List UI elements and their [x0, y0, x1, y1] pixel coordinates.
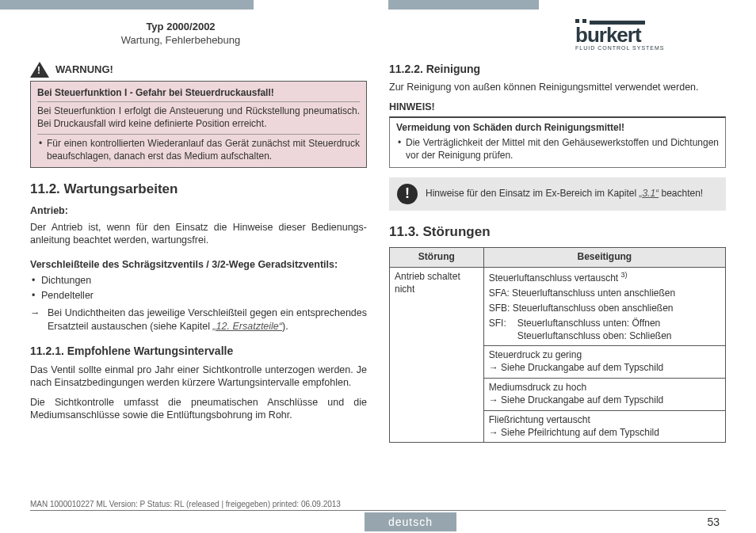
warning-icon — [30, 62, 49, 78]
hinweis-title: Vermeidung von Schäden durch Reinigungsm… — [396, 122, 719, 135]
heading-11-2: 11.2. Wartungsarbeiten — [30, 181, 367, 198]
fault-cell: Antrieb schaltet nicht — [390, 268, 484, 443]
maint-interval-p2: Die Sichtkontrolle umfasst die pneumatis… — [30, 396, 367, 422]
right-column: 11.2.2. Reinigung Zur Reinigung von auße… — [389, 62, 726, 443]
faults-table: Störung Beseitigung Antrieb schaltet nic… — [389, 247, 726, 443]
page: Typ 2000/2002 Wartung, Fehlerbehebung bu… — [0, 0, 756, 533]
col-beseitigung: Beseitigung — [483, 248, 725, 268]
col-stoerung: Störung — [390, 248, 484, 268]
verschleiss-label: Verschleißteile des Schrägsitzventils / … — [30, 258, 367, 272]
heading-11-3: 11.3. Störungen — [389, 223, 726, 241]
footer-meta: MAN 1000010227 ML Version: P Status: RL … — [0, 500, 756, 508]
list-item: Pendelteller — [30, 289, 367, 303]
page-number: 53 — [707, 516, 720, 528]
fix-cell: Steuerluftanschluss vertauscht 3) SFA: S… — [483, 268, 725, 346]
list-item: Dichtungen — [30, 274, 367, 287]
arrow-note: Bei Undichtheiten das jeweilige Verschle… — [30, 306, 367, 333]
hinweis-box: Vermeidung von Schäden durch Reinigungsm… — [389, 116, 726, 167]
link-3-1[interactable]: „3.1“ — [639, 188, 659, 199]
fix-cell: Mediumsdruck zu hoch→ Siehe Druckangabe … — [483, 379, 725, 411]
warning-body: Bei Steuerfunktion I erfolgt die Ansteue… — [37, 105, 360, 129]
page-footer: MAN 1000010227 ML Version: P Status: RL … — [0, 500, 756, 533]
warning-box: Bei Steuerfunktion I - Gefahr bei Steuer… — [30, 81, 367, 168]
antrieb-text: Der Antrieb ist, wenn für den Einsatz di… — [30, 221, 367, 247]
table-row: Antrieb schaltet nicht Steuerluftanschlu… — [390, 268, 726, 346]
top-accent-bars — [0, 0, 756, 10]
brand-tagline: FLUID CONTROL SYSTEMS — [575, 45, 726, 51]
hinweis-label: HINWEIS! — [389, 101, 726, 114]
link-ersatzteile[interactable]: „12. Ersatzteile“ — [212, 321, 282, 332]
left-column: WARNUNG! Bei Steuerfunktion I - Gefahr b… — [30, 62, 367, 443]
info-icon: ! — [397, 184, 418, 204]
heading-11-2-1: 11.2.1. Empfohlene Wartungsintervalle — [30, 344, 367, 358]
fix-cell: Fließrichtung vertauscht→ Siehe Pfeilric… — [483, 410, 725, 443]
maint-interval-p1: Das Ventil sollte einmal pro Jahr einer … — [30, 364, 367, 390]
brand-name: burkert — [575, 26, 726, 44]
info-box: ! Hinweise für den Einsatz im Ex-Bereich… — [389, 177, 726, 211]
warning-label: WARNUNG! — [55, 63, 113, 76]
warning-title: Bei Steuerfunktion I - Gefahr bei Steuer… — [37, 86, 360, 102]
brand-logo: burkert FLUID CONTROL SYSTEMS — [575, 19, 726, 51]
cleaning-text: Zur Reinigung von außen können Reinigung… — [389, 81, 726, 94]
warning-bullet: Für einen kontrollierten Wiederanlauf da… — [37, 137, 360, 162]
heading-11-2-2: 11.2.2. Reinigung — [389, 62, 726, 76]
language-tab: deutsch — [365, 512, 456, 531]
doc-section: Wartung, Fehlerbehebung — [62, 34, 300, 46]
doc-type: Typ 2000/2002 — [62, 21, 300, 32]
fix-cell: Steuerdruck zu gering→ Siehe Druckangabe… — [483, 346, 725, 379]
hinweis-bullet: Die Verträglichkeit der Mittel mit den G… — [396, 137, 719, 162]
antrieb-label: Antrieb: — [30, 204, 367, 218]
